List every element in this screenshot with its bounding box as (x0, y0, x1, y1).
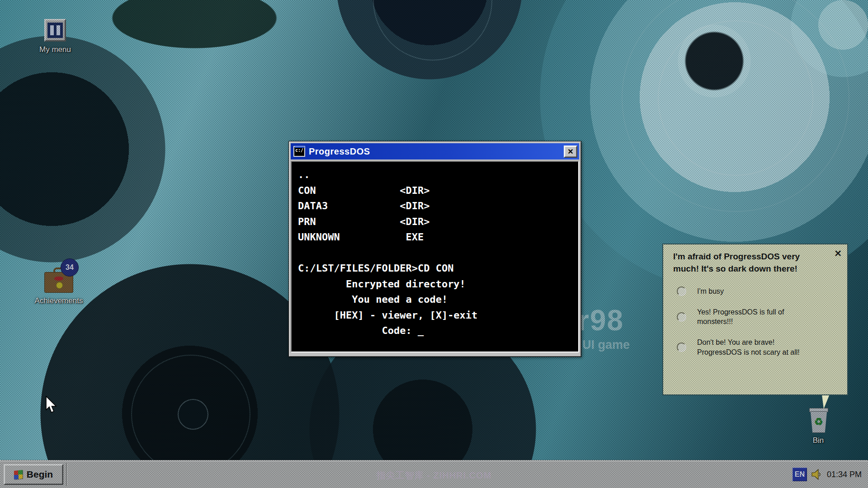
desktop-icon-bin[interactable]: ♻ Bin (796, 408, 841, 445)
bin-label: Bin (813, 436, 824, 445)
begin-flag-icon (14, 470, 23, 479)
option-label: Yes! ProgressDOS is full of monsters!!! (697, 307, 818, 327)
language-indicator[interactable]: EN (793, 468, 807, 481)
window-title: ProgressDOS (309, 146, 564, 157)
begin-button[interactable]: Begin (4, 464, 63, 485)
cd-ring (622, 0, 849, 212)
option-label: Don't be! You are brave! ProgressDOS is … (697, 338, 818, 357)
clock: 01:34 PM (827, 470, 862, 479)
radio-icon[interactable] (677, 312, 686, 322)
cd-hub (178, 399, 208, 430)
radio-icon[interactable] (677, 286, 686, 296)
option-im-busy[interactable]: I'm busy (677, 286, 847, 296)
taskbar-separator (66, 463, 67, 486)
desktop-icon-achievements[interactable]: 34 Achievements (22, 267, 96, 305)
notification-tail (822, 394, 830, 409)
desktop-icon-my-menu[interactable]: My menu (30, 19, 80, 54)
radio-icon[interactable] (677, 343, 686, 352)
wallpaper-text-big: r98 (578, 304, 624, 337)
system-tray: EN 01:34 PM (793, 460, 862, 488)
close-icon[interactable]: ✕ (834, 249, 842, 258)
console-text: .. CON <DIR> DATA3 <DIR> PRN <DIR> UNKNO… (298, 167, 572, 339)
option-label: I'm busy (697, 286, 724, 296)
speaker-icon[interactable] (811, 469, 822, 480)
progressdos-titlebar[interactable]: c:/ ProgressDOS ✕ (291, 143, 579, 160)
progressdos-window: c:/ ProgressDOS ✕ .. CON <DIR> DATA3 <DI… (288, 141, 581, 357)
screen: r98 UI game My menu 34 Achievements (0, 0, 868, 488)
cd-ring (373, 0, 492, 61)
dos-prompt-icon: c:/ (293, 146, 305, 157)
close-button[interactable]: ✕ (564, 145, 577, 158)
begin-label: Begin (27, 469, 53, 480)
achievements-count-badge: 34 (61, 258, 79, 277)
option-yes-monsters[interactable]: Yes! ProgressDOS is full of monsters!!! (677, 307, 847, 327)
recycle-symbol-icon: ♻ (814, 416, 823, 428)
achievements-label: Achievements (35, 296, 83, 305)
dos-console[interactable]: .. CON <DIR> DATA3 <DIR> PRN <DIR> UNKNO… (291, 161, 579, 352)
wallpaper-text-small: UI game (582, 338, 630, 352)
my-menu-icon (44, 19, 66, 42)
taskbar: Begin 指尖工智库 - ZIHHRI.COM EN 01:34 PM (0, 460, 868, 488)
notification-bubble: ✕ I'm afraid of ProgressDOS very much! I… (662, 244, 848, 395)
watermark: 指尖工智库 - ZIHHRI.COM (377, 469, 492, 482)
my-menu-label: My menu (39, 45, 71, 54)
recycle-bin-icon: ♻ (808, 408, 828, 432)
option-dont-be-brave[interactable]: Don't be! You are brave! ProgressDOS is … (677, 338, 847, 357)
notification-options: I'm busy Yes! ProgressDOS is full of mon… (663, 286, 847, 357)
briefcase-icon: 34 (44, 267, 73, 293)
notification-message: I'm afraid of ProgressDOS very much! It'… (663, 244, 847, 275)
